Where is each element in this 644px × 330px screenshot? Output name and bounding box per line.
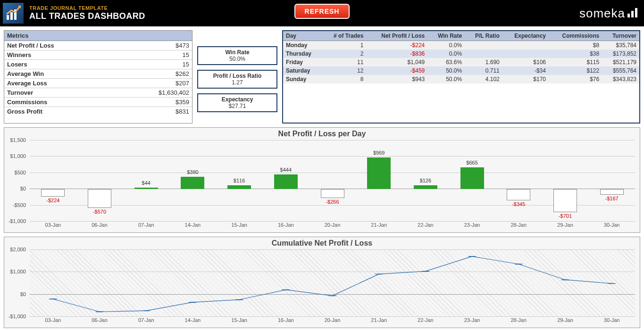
day-summary-table: Day# of TradesNet Profit / LossWin RateP… xyxy=(282,30,640,124)
kpi-cards: Win Rate50.0%Profit / Loss Ratio1.27Expe… xyxy=(197,30,277,124)
metric-label: Average Win xyxy=(4,69,115,79)
bar xyxy=(460,167,484,189)
day-col-header: Turnover xyxy=(602,31,639,41)
metrics-heading: Metrics xyxy=(4,31,192,41)
kpi-label: Win Rate xyxy=(198,49,276,56)
metrics-panel: Metrics Net Profit / Loss$473Winners15Lo… xyxy=(4,30,192,124)
kpi-value: 1.27 xyxy=(198,79,276,86)
table-row: Sunday8$94350.0%4.102$170$76$343,823 xyxy=(283,75,639,83)
metric-label: Winners xyxy=(4,50,115,60)
refresh-button[interactable]: REFRESH xyxy=(294,4,350,19)
day-col-header: Day xyxy=(283,31,322,41)
bar-label: -$266 xyxy=(326,199,339,205)
template-name: TRADE JOURNAL TEMPLATE xyxy=(29,5,145,11)
svg-point-11 xyxy=(235,299,243,300)
svg-rect-6 xyxy=(635,8,637,17)
svg-point-18 xyxy=(561,279,569,280)
day-col-header: Win Rate xyxy=(427,31,465,41)
chart1-title: Net Profit / Loss per Day xyxy=(4,128,640,140)
bar-label: $444 xyxy=(280,167,292,173)
brand-text: someka xyxy=(579,6,625,21)
bar xyxy=(367,157,391,189)
table-row: Thursday2-$8360.0%$38$173,852 xyxy=(283,50,639,58)
bar-label: -$345 xyxy=(512,201,525,207)
metric-label: Net Profit / Loss xyxy=(4,41,115,50)
svg-rect-5 xyxy=(631,11,634,17)
kpi-label: Profit / Loss Ratio xyxy=(198,73,276,79)
brand-logo: someka xyxy=(579,6,639,21)
svg-point-10 xyxy=(188,302,197,303)
bar-label: -$570 xyxy=(93,209,106,214)
svg-point-14 xyxy=(375,273,383,274)
bar-label: $969 xyxy=(373,150,385,156)
chart2-title: Cumulative Net Profit / Loss xyxy=(4,237,640,249)
bar xyxy=(134,188,158,189)
svg-point-13 xyxy=(328,295,337,296)
line-path xyxy=(30,249,635,316)
svg-point-16 xyxy=(468,256,477,257)
kpi-value: $27.71 xyxy=(198,103,276,109)
metric-label: Gross Profit xyxy=(4,107,115,116)
metric-value: $262 xyxy=(115,69,192,79)
bar-label: $126 xyxy=(420,178,431,183)
app-header: TRADE JOURNAL TEMPLATE ALL TRADES DASHBO… xyxy=(0,0,644,26)
day-col-header: Net Profit / Loss xyxy=(366,31,427,41)
bar xyxy=(227,185,251,189)
svg-point-7 xyxy=(49,298,57,299)
day-col-header: Expectancy xyxy=(502,31,549,41)
metric-value: 15 xyxy=(115,50,192,60)
metric-label: Commissions xyxy=(4,98,115,107)
brand-bars-icon xyxy=(627,6,639,21)
bar xyxy=(507,189,530,200)
day-col-header: Commissions xyxy=(549,31,602,41)
svg-point-15 xyxy=(421,271,430,272)
svg-point-19 xyxy=(608,283,616,284)
svg-rect-1 xyxy=(10,12,13,20)
bar-label: -$224 xyxy=(46,198,59,203)
metric-label: Losers xyxy=(4,60,115,69)
table-row: Friday11$1,04963.6%1.690$106$115$521,179 xyxy=(283,58,639,66)
day-col-header: # of Trades xyxy=(322,31,366,41)
bar xyxy=(414,185,437,190)
bar xyxy=(181,177,204,189)
bar xyxy=(88,189,111,208)
svg-point-8 xyxy=(95,311,104,312)
svg-point-17 xyxy=(514,264,523,264)
cumulative-line-chart: Cumulative Net Profit / Loss -$1,000$0$1… xyxy=(4,237,640,328)
kpi-card: Expectancy$27.71 xyxy=(197,93,277,112)
metric-value: $207 xyxy=(115,79,192,88)
metric-value: 15 xyxy=(115,60,192,69)
kpi-value: 50.0% xyxy=(198,56,276,62)
metric-label: Turnover xyxy=(4,88,115,98)
kpi-label: Expectancy xyxy=(198,96,276,103)
metrics-table: Net Profit / Loss$473Winners15Losers15Av… xyxy=(4,41,192,116)
bar-label: -$167 xyxy=(605,196,619,201)
svg-point-9 xyxy=(142,310,151,311)
bar-label: $116 xyxy=(234,178,245,183)
bar-label: -$701 xyxy=(559,213,572,219)
svg-rect-0 xyxy=(7,15,9,20)
bar xyxy=(41,189,65,197)
net-profit-bar-chart: Net Profit / Loss per Day -$1,000-$500$0… xyxy=(4,127,640,233)
svg-point-12 xyxy=(282,289,290,290)
day-col-header: P/L Ratio xyxy=(465,31,502,41)
bar-label: $665 xyxy=(466,160,477,165)
table-row: Monday1-$2240.0%$8$35,784 xyxy=(283,41,639,50)
bar-label: $44 xyxy=(142,180,151,186)
table-row: Saturday12-$45950.0%0.711-$34$122$555,76… xyxy=(283,66,639,75)
metric-label: Average Loss xyxy=(4,79,115,88)
bar xyxy=(553,189,577,212)
bar xyxy=(274,174,298,189)
metric-value: $1,630,402 xyxy=(115,88,192,98)
bar xyxy=(321,189,344,198)
bar xyxy=(600,189,624,195)
bar-label: $380 xyxy=(187,169,198,175)
metric-value: $359 xyxy=(115,98,192,107)
kpi-card: Profit / Loss Ratio1.27 xyxy=(197,70,277,89)
metric-value: $473 xyxy=(115,41,192,50)
kpi-card: Win Rate50.0% xyxy=(197,46,277,65)
metric-value: $831 xyxy=(115,107,192,116)
title-block: TRADE JOURNAL TEMPLATE ALL TRADES DASHBO… xyxy=(29,5,145,22)
svg-rect-4 xyxy=(627,14,630,17)
app-logo-icon xyxy=(3,3,24,24)
